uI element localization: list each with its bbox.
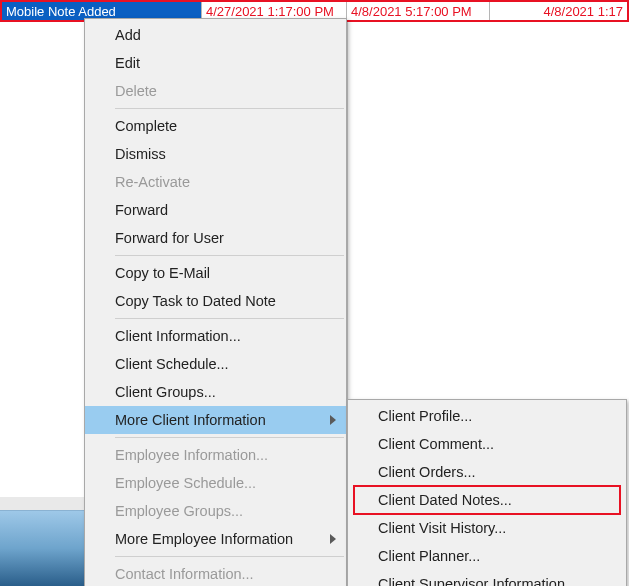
menu-employee-groups[interactable]: Employee Groups... bbox=[85, 497, 346, 525]
submenu-client-dated-notes[interactable]: Client Dated Notes... bbox=[348, 486, 626, 514]
menu-separator bbox=[115, 255, 344, 256]
menu-forward-for-user[interactable]: Forward for User bbox=[85, 224, 346, 252]
menu-edit[interactable]: Edit bbox=[85, 49, 346, 77]
taskbar-preview bbox=[0, 510, 84, 586]
menu-complete[interactable]: Complete bbox=[85, 112, 346, 140]
menu-delete[interactable]: Delete bbox=[85, 77, 346, 105]
submenu-client-planner[interactable]: Client Planner... bbox=[348, 542, 626, 570]
menu-separator bbox=[115, 318, 344, 319]
submenu-client-profile[interactable]: Client Profile... bbox=[348, 402, 626, 430]
menu-add[interactable]: Add bbox=[85, 21, 346, 49]
menu-reactivate[interactable]: Re-Activate bbox=[85, 168, 346, 196]
menu-separator bbox=[115, 108, 344, 109]
menu-dismiss[interactable]: Dismiss bbox=[85, 140, 346, 168]
menu-employee-schedule[interactable]: Employee Schedule... bbox=[85, 469, 346, 497]
menu-separator bbox=[115, 556, 344, 557]
menu-more-employee-info[interactable]: More Employee Information bbox=[85, 525, 346, 553]
submenu-arrow-icon bbox=[330, 415, 336, 425]
menu-forward[interactable]: Forward bbox=[85, 196, 346, 224]
menu-contact-information[interactable]: Contact Information... bbox=[85, 560, 346, 586]
menu-item-label: More Employee Information bbox=[115, 531, 293, 547]
menu-more-client-info[interactable]: More Client Information bbox=[85, 406, 346, 434]
submenu-more-client-info: Client Profile... Client Comment... Clie… bbox=[347, 399, 627, 586]
submenu-client-supervisor-info[interactable]: Client Supervisor Information... bbox=[348, 570, 626, 586]
row-date-cell-3[interactable]: 4/8/2021 1:17 bbox=[490, 2, 627, 20]
menu-client-groups[interactable]: Client Groups... bbox=[85, 378, 346, 406]
submenu-client-orders[interactable]: Client Orders... bbox=[348, 458, 626, 486]
submenu-client-comment[interactable]: Client Comment... bbox=[348, 430, 626, 458]
menu-separator bbox=[115, 437, 344, 438]
submenu-client-visit-history[interactable]: Client Visit History... bbox=[348, 514, 626, 542]
menu-client-schedule[interactable]: Client Schedule... bbox=[85, 350, 346, 378]
menu-client-information[interactable]: Client Information... bbox=[85, 322, 346, 350]
row-date-cell-2[interactable]: 4/8/2021 5:17:00 PM bbox=[347, 2, 490, 20]
menu-item-label: More Client Information bbox=[115, 412, 266, 428]
submenu-arrow-icon bbox=[330, 534, 336, 544]
menu-employee-information[interactable]: Employee Information... bbox=[85, 441, 346, 469]
menu-copy-task-note[interactable]: Copy Task to Dated Note bbox=[85, 287, 346, 315]
menu-copy-email[interactable]: Copy to E-Mail bbox=[85, 259, 346, 287]
context-menu: Add Edit Delete Complete Dismiss Re-Acti… bbox=[84, 18, 347, 586]
